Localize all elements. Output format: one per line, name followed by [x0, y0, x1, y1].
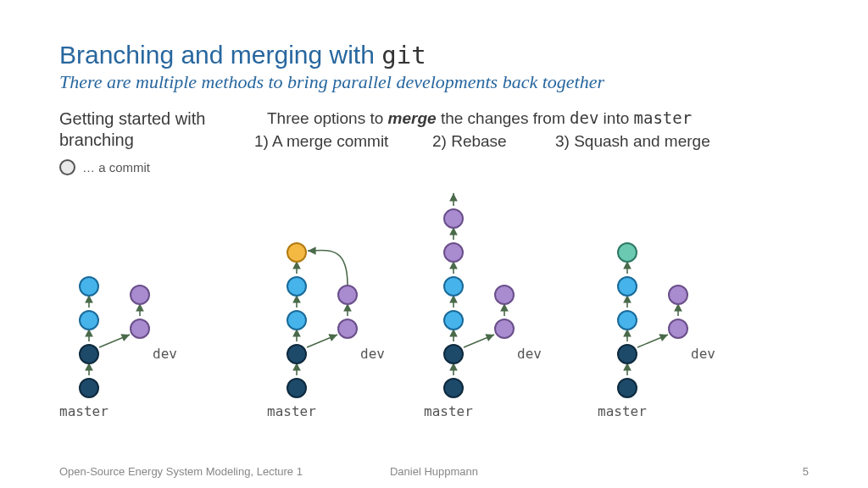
label-master-b: master	[267, 403, 316, 419]
footer-author: Daniel Huppmann	[59, 465, 809, 478]
svg-point-37	[444, 209, 463, 228]
svg-line-3	[99, 335, 130, 347]
slide-title: Branching and merging with git	[59, 41, 809, 69]
svg-point-18	[287, 345, 306, 363]
diagram-getting-started	[51, 185, 195, 413]
svg-point-48	[618, 345, 637, 363]
svg-point-47	[618, 379, 637, 397]
svg-point-34	[444, 311, 463, 330]
label-dev-a: dev	[153, 346, 177, 362]
rh-1: Three options to	[267, 109, 388, 127]
label-master-a: master	[59, 403, 108, 419]
footer: Open-Source Energy System Modeling, Lect…	[59, 465, 809, 478]
commit-icon	[59, 159, 75, 175]
svg-point-52	[669, 319, 687, 338]
svg-point-40	[495, 286, 514, 304]
svg-point-6	[80, 345, 98, 363]
slide: Branching and merging with git There are…	[0, 0, 868, 488]
svg-line-30	[464, 335, 494, 347]
svg-point-39	[495, 319, 514, 338]
svg-point-49	[618, 311, 637, 330]
svg-point-7	[80, 311, 98, 330]
svg-point-8	[80, 277, 98, 296]
label-dev-b: dev	[360, 346, 385, 362]
footer-page: 5	[803, 465, 809, 478]
svg-point-21	[287, 243, 306, 262]
diagram-merge-commit	[259, 151, 411, 413]
svg-point-36	[444, 243, 463, 262]
label-dev-d: dev	[691, 346, 715, 362]
slide-body: Getting started with branching … a commi…	[59, 108, 809, 430]
left-column: Getting started with branching … a commi…	[59, 108, 229, 175]
svg-point-35	[444, 277, 463, 296]
svg-line-15	[307, 335, 337, 347]
svg-point-17	[287, 379, 306, 397]
legend: … a commit	[59, 159, 229, 175]
svg-point-33	[444, 345, 463, 363]
svg-point-5	[80, 379, 98, 397]
label-master-d: master	[598, 403, 647, 419]
svg-line-45	[637, 335, 668, 347]
svg-point-23	[338, 286, 357, 304]
legend-label: … a commit	[82, 160, 150, 175]
diagram-squash-merge	[589, 151, 733, 413]
label-dev-c: dev	[517, 346, 542, 362]
left-heading: Getting started with branching	[59, 108, 229, 151]
rh-master: master	[634, 108, 693, 127]
svg-point-22	[338, 319, 357, 338]
svg-point-51	[618, 243, 637, 262]
option-1-title: 1) A merge commit	[254, 132, 388, 151]
option-3-title: 3) Squash and merge	[555, 132, 710, 151]
svg-point-20	[287, 277, 306, 296]
svg-point-19	[287, 311, 306, 330]
diagram-rebase	[415, 117, 559, 413]
title-mono: git	[381, 41, 426, 69]
title-text: Branching and merging with	[59, 41, 381, 69]
label-master-c: master	[424, 403, 473, 419]
rh-dev: dev	[570, 108, 598, 127]
svg-point-50	[618, 277, 637, 296]
svg-point-10	[131, 286, 149, 304]
svg-point-9	[131, 319, 149, 338]
svg-point-53	[669, 286, 687, 304]
rh-3: into	[598, 109, 633, 127]
slide-subtitle: There are multiple methods to bring para…	[59, 71, 809, 93]
svg-point-32	[444, 379, 463, 397]
